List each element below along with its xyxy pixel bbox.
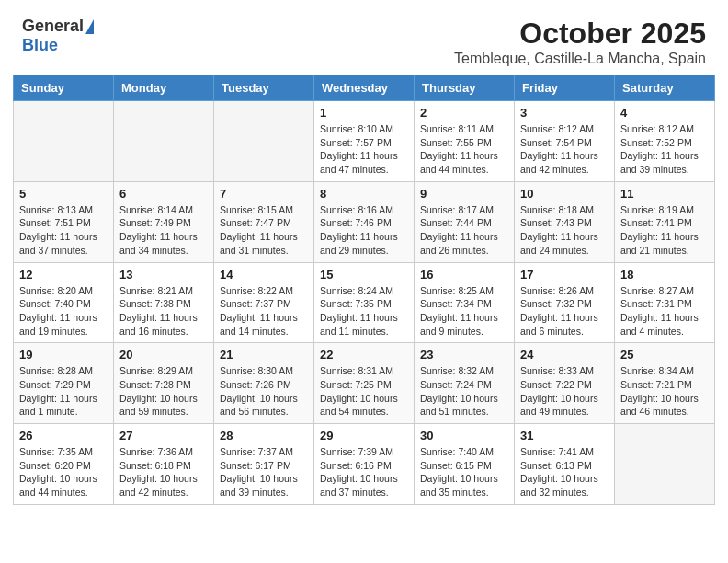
- weekday-header-sunday: Sunday: [14, 75, 114, 101]
- day-number: 22: [320, 348, 408, 362]
- day-info: Sunrise: 8:12 AM Sunset: 7:52 PM Dayligh…: [620, 122, 709, 177]
- weekday-header-thursday: Thursday: [415, 75, 515, 101]
- week-row-2: 5Sunrise: 8:13 AM Sunset: 7:51 PM Daylig…: [14, 181, 715, 262]
- day-number: 9: [420, 187, 508, 201]
- day-number: 26: [19, 429, 108, 442]
- day-cell: 22Sunrise: 8:31 AM Sunset: 7:25 PM Dayli…: [314, 343, 415, 424]
- day-info: Sunrise: 8:26 AM Sunset: 7:32 PM Dayligh…: [520, 284, 609, 339]
- day-number: 19: [19, 348, 108, 362]
- day-info: Sunrise: 7:37 AM Sunset: 6:17 PM Dayligh…: [220, 445, 308, 500]
- day-cell: 8Sunrise: 8:16 AM Sunset: 7:46 PM Daylig…: [314, 181, 415, 262]
- day-cell: [114, 101, 214, 182]
- day-cell: 4Sunrise: 8:12 AM Sunset: 7:52 PM Daylig…: [615, 101, 715, 182]
- day-number: 11: [620, 187, 709, 201]
- day-info: Sunrise: 8:20 AM Sunset: 7:40 PM Dayligh…: [19, 284, 108, 339]
- weekday-header-tuesday: Tuesday: [214, 75, 314, 101]
- day-cell: 18Sunrise: 8:27 AM Sunset: 7:31 PM Dayli…: [615, 262, 715, 343]
- week-row-4: 19Sunrise: 8:28 AM Sunset: 7:29 PM Dayli…: [14, 343, 715, 424]
- day-info: Sunrise: 8:16 AM Sunset: 7:46 PM Dayligh…: [320, 203, 408, 258]
- day-number: 28: [220, 429, 308, 442]
- day-number: 2: [420, 106, 508, 120]
- day-cell: 5Sunrise: 8:13 AM Sunset: 7:51 PM Daylig…: [14, 181, 114, 262]
- day-cell: [14, 101, 114, 182]
- day-number: 24: [520, 348, 609, 362]
- day-cell: 14Sunrise: 8:22 AM Sunset: 7:37 PM Dayli…: [214, 262, 314, 343]
- day-cell: 10Sunrise: 8:18 AM Sunset: 7:43 PM Dayli…: [515, 181, 615, 262]
- day-cell: 7Sunrise: 8:15 AM Sunset: 7:47 PM Daylig…: [214, 181, 314, 262]
- day-info: Sunrise: 8:15 AM Sunset: 7:47 PM Dayligh…: [220, 203, 308, 258]
- day-cell: 15Sunrise: 8:24 AM Sunset: 7:35 PM Dayli…: [314, 262, 415, 343]
- day-info: Sunrise: 8:10 AM Sunset: 7:57 PM Dayligh…: [320, 122, 408, 177]
- calendar-table: SundayMondayTuesdayWednesdayThursdayFrid…: [13, 75, 715, 505]
- day-number: 6: [119, 187, 208, 201]
- day-info: Sunrise: 7:40 AM Sunset: 6:15 PM Dayligh…: [420, 445, 508, 500]
- day-info: Sunrise: 8:17 AM Sunset: 7:44 PM Dayligh…: [420, 203, 508, 258]
- day-info: Sunrise: 8:13 AM Sunset: 7:51 PM Dayligh…: [19, 203, 108, 258]
- logo: General Blue: [22, 17, 94, 55]
- day-cell: 19Sunrise: 8:28 AM Sunset: 7:29 PM Dayli…: [14, 343, 114, 424]
- day-info: Sunrise: 8:31 AM Sunset: 7:25 PM Dayligh…: [320, 364, 408, 419]
- day-cell: 2Sunrise: 8:11 AM Sunset: 7:55 PM Daylig…: [415, 101, 515, 182]
- day-info: Sunrise: 8:32 AM Sunset: 7:24 PM Dayligh…: [420, 364, 508, 419]
- day-info: Sunrise: 7:39 AM Sunset: 6:16 PM Dayligh…: [320, 445, 408, 500]
- day-info: Sunrise: 8:28 AM Sunset: 7:29 PM Dayligh…: [19, 364, 108, 419]
- day-number: 17: [520, 268, 609, 282]
- day-info: Sunrise: 8:11 AM Sunset: 7:55 PM Dayligh…: [420, 122, 508, 177]
- day-cell: 26Sunrise: 7:35 AM Sunset: 6:20 PM Dayli…: [14, 424, 114, 505]
- day-number: 27: [119, 429, 208, 442]
- weekday-header-row: SundayMondayTuesdayWednesdayThursdayFrid…: [14, 75, 715, 101]
- day-info: Sunrise: 8:19 AM Sunset: 7:41 PM Dayligh…: [620, 203, 709, 258]
- day-info: Sunrise: 8:33 AM Sunset: 7:22 PM Dayligh…: [520, 364, 609, 419]
- month-title: October 2025: [454, 17, 706, 51]
- day-number: 14: [220, 268, 308, 282]
- day-number: 10: [520, 187, 609, 201]
- week-row-1: 1Sunrise: 8:10 AM Sunset: 7:57 PM Daylig…: [14, 101, 715, 182]
- day-cell: 30Sunrise: 7:40 AM Sunset: 6:15 PM Dayli…: [415, 424, 515, 505]
- day-number: 7: [220, 187, 308, 201]
- day-number: 21: [220, 348, 308, 362]
- day-cell: 28Sunrise: 7:37 AM Sunset: 6:17 PM Dayli…: [214, 424, 314, 505]
- day-cell: 21Sunrise: 8:30 AM Sunset: 7:26 PM Dayli…: [214, 343, 314, 424]
- day-cell: 29Sunrise: 7:39 AM Sunset: 6:16 PM Dayli…: [314, 424, 415, 505]
- day-cell: 24Sunrise: 8:33 AM Sunset: 7:22 PM Dayli…: [515, 343, 615, 424]
- weekday-header-saturday: Saturday: [615, 75, 715, 101]
- day-number: 16: [420, 268, 508, 282]
- day-info: Sunrise: 8:29 AM Sunset: 7:28 PM Dayligh…: [119, 364, 208, 419]
- weekday-header-monday: Monday: [114, 75, 214, 101]
- logo-triangle-icon: [85, 19, 94, 34]
- day-cell: 1Sunrise: 8:10 AM Sunset: 7:57 PM Daylig…: [314, 101, 415, 182]
- day-cell: 31Sunrise: 7:41 AM Sunset: 6:13 PM Dayli…: [515, 424, 615, 505]
- day-info: Sunrise: 8:34 AM Sunset: 7:21 PM Dayligh…: [620, 364, 709, 419]
- day-info: Sunrise: 7:35 AM Sunset: 6:20 PM Dayligh…: [19, 445, 108, 500]
- day-number: 30: [420, 429, 508, 442]
- day-number: 15: [320, 268, 408, 282]
- day-info: Sunrise: 8:14 AM Sunset: 7:49 PM Dayligh…: [119, 203, 208, 258]
- day-cell: 17Sunrise: 8:26 AM Sunset: 7:32 PM Dayli…: [515, 262, 615, 343]
- day-cell: 16Sunrise: 8:25 AM Sunset: 7:34 PM Dayli…: [415, 262, 515, 343]
- day-cell: 6Sunrise: 8:14 AM Sunset: 7:49 PM Daylig…: [114, 181, 214, 262]
- day-cell: [615, 424, 715, 505]
- day-number: 23: [420, 348, 508, 362]
- day-number: 25: [620, 348, 709, 362]
- day-info: Sunrise: 8:22 AM Sunset: 7:37 PM Dayligh…: [220, 284, 308, 339]
- day-info: Sunrise: 8:12 AM Sunset: 7:54 PM Dayligh…: [520, 122, 609, 177]
- week-row-5: 26Sunrise: 7:35 AM Sunset: 6:20 PM Dayli…: [14, 424, 715, 505]
- day-cell: 12Sunrise: 8:20 AM Sunset: 7:40 PM Dayli…: [14, 262, 114, 343]
- day-number: 8: [320, 187, 408, 201]
- day-info: Sunrise: 8:30 AM Sunset: 7:26 PM Dayligh…: [220, 364, 308, 419]
- logo-general: General: [22, 17, 84, 36]
- logo-blue: Blue: [22, 36, 58, 55]
- day-cell: 11Sunrise: 8:19 AM Sunset: 7:41 PM Dayli…: [615, 181, 715, 262]
- day-number: 13: [119, 268, 208, 282]
- weekday-header-wednesday: Wednesday: [314, 75, 415, 101]
- day-cell: 3Sunrise: 8:12 AM Sunset: 7:54 PM Daylig…: [515, 101, 615, 182]
- day-cell: 13Sunrise: 8:21 AM Sunset: 7:38 PM Dayli…: [114, 262, 214, 343]
- day-cell: 20Sunrise: 8:29 AM Sunset: 7:28 PM Dayli…: [114, 343, 214, 424]
- day-cell: [214, 101, 314, 182]
- day-info: Sunrise: 8:21 AM Sunset: 7:38 PM Dayligh…: [119, 284, 208, 339]
- day-info: Sunrise: 8:18 AM Sunset: 7:43 PM Dayligh…: [520, 203, 609, 258]
- day-number: 3: [520, 106, 609, 120]
- day-info: Sunrise: 7:41 AM Sunset: 6:13 PM Dayligh…: [520, 445, 609, 500]
- day-number: 29: [320, 429, 408, 442]
- day-number: 20: [119, 348, 208, 362]
